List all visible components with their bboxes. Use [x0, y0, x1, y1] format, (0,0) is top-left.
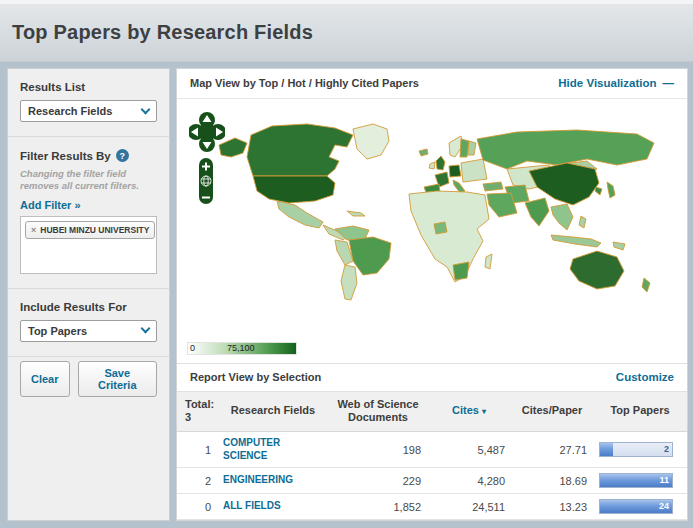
row-cites-per-paper: 27.71 — [511, 432, 593, 468]
table-row: 2 ENGINEERING 229 4,280 18.69 11 — [177, 468, 687, 494]
map-region-nigeria[interactable] — [434, 222, 447, 234]
map-region-china[interactable] — [529, 163, 599, 205]
page-title: Top Papers by Research Fields — [12, 21, 313, 44]
chevron-down-icon — [141, 104, 151, 114]
top-papers-bar: 2 — [599, 442, 673, 457]
map-region-japan[interactable] — [607, 182, 615, 198]
map-region-usa[interactable] — [253, 176, 335, 203]
title-bar: Top Papers by Research Fields — [0, 4, 693, 62]
include-results-section: Include Results For Top Papers — [8, 288, 169, 356]
map-region-australia[interactable] — [570, 251, 624, 289]
map-view-title: Map View by Top / Hot / Highly Cited Pap… — [190, 77, 419, 89]
field-link[interactable]: ENGINEERING — [223, 474, 309, 487]
map-zoom-control[interactable] — [198, 157, 214, 209]
row-cites-per-paper: 13.23 — [511, 494, 593, 520]
column-top-papers[interactable]: Top Papers — [593, 391, 687, 432]
filter-tag[interactable]: × HUBEI MINZU UNIVERSITY — [25, 221, 155, 239]
map-region-indonesia[interactable] — [551, 235, 601, 247]
bar-value: 24 — [659, 501, 669, 511]
field-link[interactable]: ALL FIELDS — [223, 500, 309, 513]
map-region-png[interactable] — [613, 242, 625, 250]
filter-tag-label: HUBEI MINZU UNIVERSITY — [40, 225, 149, 235]
top-papers-bar: 24 — [599, 499, 673, 514]
bar-fill — [600, 443, 613, 456]
report-table: Total: 3 Research Fields Web of Science … — [177, 391, 687, 521]
bar-value: 2 — [664, 444, 669, 454]
save-criteria-button[interactable]: Save Criteria — [78, 361, 157, 397]
app-window: Top Papers by Research Fields Results Li… — [0, 0, 693, 528]
map-region-finland[interactable] — [468, 141, 476, 155]
row-rank: 2 — [177, 468, 217, 494]
map-region-india[interactable] — [525, 198, 549, 226]
table-row: 1 COMPUTER SCIENCE 198 5,487 27.71 2 — [177, 432, 687, 468]
row-cites-per-paper: 18.69 — [511, 468, 593, 494]
row-documents: 198 — [329, 432, 427, 468]
total-count: Total: 3 — [177, 391, 217, 432]
include-results-label: Include Results For — [20, 301, 157, 313]
map-region-madagascar[interactable] — [485, 254, 492, 269]
filter-section: Filter Results By ? Changing the filter … — [8, 136, 169, 288]
criteria-buttons: Clear Save Criteria — [8, 356, 169, 411]
report-header: Report View by Selection Customize — [177, 363, 687, 391]
chevron-down-icon — [141, 324, 151, 334]
column-research-fields[interactable]: Research Fields — [217, 391, 329, 432]
map-region-uk[interactable] — [436, 156, 445, 170]
map-region-greenland[interactable] — [353, 124, 389, 159]
row-cites: 4,280 — [427, 468, 511, 494]
map-region-new-zealand[interactable] — [642, 278, 650, 292]
field-link[interactable]: COMPUTER SCIENCE — [223, 437, 309, 462]
results-list-section: Results List Research Fields — [8, 69, 169, 136]
map-pan-control[interactable] — [189, 111, 225, 161]
map-region-saudi[interactable] — [487, 193, 517, 217]
results-list-select[interactable]: Research Fields — [20, 100, 157, 122]
map-header: Map View by Top / Hot / Highly Cited Pap… — [177, 69, 687, 99]
include-results-value: Top Papers — [28, 325, 87, 337]
map-region-ireland[interactable] — [429, 162, 435, 169]
column-cites[interactable]: Cites ▾ — [427, 391, 511, 432]
map-legend: 0 75,100 — [187, 342, 297, 355]
add-filter-link[interactable]: Add Filter » — [20, 199, 81, 211]
filter-by-label: Filter Results By — [20, 150, 111, 162]
map-region-philippines[interactable] — [579, 216, 586, 228]
row-documents: 229 — [329, 468, 427, 494]
map-region-argentina[interactable] — [341, 265, 357, 300]
map-region-turkey[interactable] — [483, 182, 503, 191]
map-region-korea[interactable] — [595, 187, 602, 195]
hide-visualization-link[interactable]: Hide Visualization — — [558, 77, 674, 89]
table-header-row: Total: 3 Research Fields Web of Science … — [177, 391, 687, 432]
map-region-canada[interactable] — [247, 124, 353, 176]
column-cites-per-paper[interactable]: Cites/Paper — [511, 391, 593, 432]
filter-tags-box: × HUBEI MINZU UNIVERSITY — [20, 216, 157, 274]
report-view-title: Report View by Selection — [190, 371, 321, 383]
map-region-germany[interactable] — [449, 165, 461, 177]
top-papers-bar: 11 — [599, 473, 673, 488]
map-region-east-europe[interactable] — [461, 159, 487, 182]
help-icon[interactable]: ? — [116, 149, 129, 162]
map-region-south-africa[interactable] — [453, 262, 469, 280]
sort-desc-icon: ▾ — [482, 407, 486, 416]
map-region-caribbean[interactable] — [347, 211, 365, 216]
remove-filter-icon[interactable]: × — [31, 225, 36, 235]
map-region-africa[interactable] — [409, 191, 489, 282]
map-region-mexico[interactable] — [277, 201, 323, 228]
results-list-value: Research Fields — [28, 105, 112, 117]
sidebar: Results List Research Fields Filter Resu… — [7, 68, 170, 521]
results-list-label: Results List — [20, 81, 157, 93]
world-map[interactable]: 0 75,100 — [177, 99, 687, 363]
map-region-se-asia[interactable] — [551, 204, 573, 230]
row-cites: 5,487 — [427, 432, 511, 468]
bar-value: 11 — [659, 475, 669, 485]
row-cites: 24,511 — [427, 494, 511, 520]
row-documents: 1,852 — [329, 494, 427, 520]
legend-max: 75,100 — [227, 343, 255, 353]
table-row: 0 ALL FIELDS 1,852 24,511 13.23 24 — [177, 494, 687, 520]
customize-link[interactable]: Customize — [616, 371, 674, 383]
map-region-iceland[interactable] — [419, 149, 428, 156]
main-panel: Map View by Top / Hot / Highly Cited Pap… — [176, 68, 688, 521]
filter-note: Changing the filter field removes all cu… — [20, 168, 157, 193]
row-rank: 1 — [177, 432, 217, 468]
include-results-select[interactable]: Top Papers — [20, 320, 157, 342]
clear-button[interactable]: Clear — [20, 361, 70, 397]
minus-icon: — — [663, 77, 675, 89]
column-documents[interactable]: Web of Science Documents — [329, 391, 427, 432]
